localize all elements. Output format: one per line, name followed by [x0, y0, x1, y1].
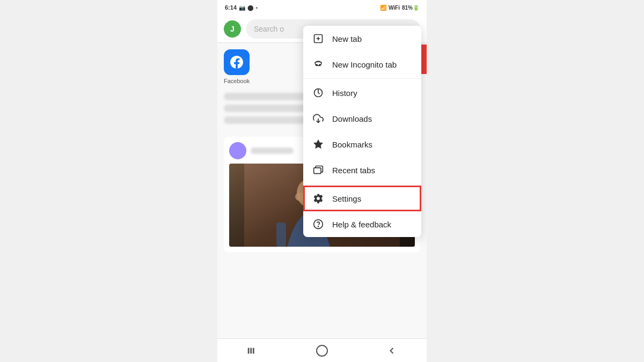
wifi-icon: WiFi — [389, 5, 400, 11]
feed-avatar — [229, 142, 246, 159]
star-icon — [313, 139, 324, 150]
svg-rect-11 — [276, 223, 286, 247]
home-circle — [316, 345, 328, 357]
menu-divider-1 — [303, 78, 421, 79]
svg-rect-32 — [253, 348, 254, 353]
menu-item-new-tab[interactable]: New tab — [303, 26, 421, 51]
recent-tabs-icon — [313, 165, 324, 175]
svg-rect-30 — [248, 348, 250, 353]
cast-icon: ⬤ — [247, 5, 253, 11]
nav-back[interactable] — [383, 342, 400, 359]
browser-content: J Search o Facebook — [217, 15, 427, 338]
menu-item-history[interactable]: History — [303, 80, 421, 106]
nav-recent-apps[interactable] — [244, 342, 261, 359]
recent-apps-icon — [246, 345, 258, 357]
incognito-icon — [313, 59, 324, 70]
signal-icon: 📶 — [380, 5, 386, 11]
svg-rect-31 — [250, 348, 252, 353]
nav-bar — [217, 338, 427, 362]
dot-icon: ● — [255, 5, 258, 10]
svg-marker-21 — [314, 140, 323, 149]
back-icon — [386, 345, 397, 356]
svg-point-17 — [316, 64, 318, 66]
history-icon — [313, 87, 324, 98]
help-icon — [313, 219, 324, 230]
gear-icon — [313, 193, 324, 204]
facebook-icon — [224, 49, 250, 75]
feed-username — [251, 147, 294, 154]
facebook-shortcut[interactable]: Facebook — [224, 49, 250, 84]
new-tab-icon — [313, 33, 324, 44]
dropdown-menu: New tab New Incognito tab — [303, 26, 421, 237]
phone-frame: 6:14 📷 ⬤ ● 📶 WiFi 81%🔋 J Search o — [217, 0, 427, 362]
menu-item-bookmarks[interactable]: Bookmarks — [303, 131, 421, 157]
menu-item-incognito[interactable]: New Incognito tab — [303, 51, 421, 77]
menu-divider-2 — [303, 184, 421, 184]
svg-rect-22 — [314, 168, 321, 174]
battery-icon: 81%🔋 — [402, 5, 419, 11]
menu-item-settings[interactable]: Settings — [303, 186, 421, 211]
downloads-icon — [313, 113, 324, 124]
menu-item-recent-tabs[interactable]: Recent tabs — [303, 157, 421, 183]
avatar[interactable]: J — [224, 20, 241, 38]
camera-icon: 📷 — [239, 5, 245, 11]
status-icons: 📶 WiFi 81%🔋 — [380, 5, 419, 11]
svg-point-18 — [319, 64, 321, 66]
facebook-label: Facebook — [224, 78, 250, 84]
status-time: 6:14 📷 ⬤ ● — [225, 4, 258, 11]
status-bar: 6:14 📷 ⬤ ● 📶 WiFi 81%🔋 — [217, 0, 427, 15]
menu-item-downloads[interactable]: Downloads — [303, 106, 421, 131]
menu-item-help[interactable]: Help & feedback — [303, 211, 421, 237]
nav-home[interactable] — [313, 342, 331, 359]
